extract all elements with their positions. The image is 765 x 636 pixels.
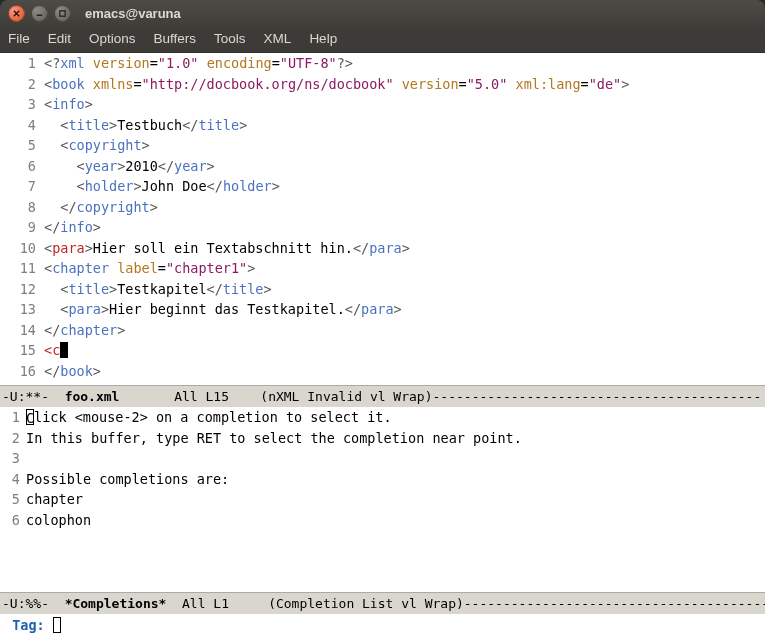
buffer-completions[interactable]: 1Click <mouse-2> on a completion to sele…	[0, 407, 765, 592]
code-line[interactable]: <?xml version="1.0" encoding="UTF-8"?>	[44, 53, 765, 74]
gutter: 10	[0, 238, 44, 259]
code-line[interactable]: </copyright>	[44, 197, 765, 218]
menu-xml[interactable]: XML	[264, 31, 292, 46]
gutter: 6	[0, 156, 44, 177]
gutter: 3	[0, 94, 44, 115]
modeline-main[interactable]: -U:**- foo.xml All L15 (nXML Invalid vl …	[0, 385, 765, 407]
code-line[interactable]: </chapter>	[44, 320, 765, 341]
code-line[interactable]: <info>	[44, 94, 765, 115]
gutter: 4	[0, 469, 26, 490]
code-line[interactable]: <para>Hier soll ein Textabschnitt hin.</…	[44, 238, 765, 259]
close-icon[interactable]	[8, 5, 25, 22]
code-line[interactable]: <title>Testkapitel</title>	[44, 279, 765, 300]
titlebar[interactable]: emacs@varuna	[0, 0, 765, 27]
menu-tools[interactable]: Tools	[214, 31, 246, 46]
code-line[interactable]: </book>	[44, 361, 765, 382]
code-line[interactable]: </info>	[44, 217, 765, 238]
gutter: 1	[0, 53, 44, 74]
modeline-completions[interactable]: -U:%%- *Completions* All L1 (Completion …	[0, 592, 765, 614]
buffer-name: foo.xml	[65, 389, 120, 404]
code-line[interactable]: <year>2010</year>	[44, 156, 765, 177]
gutter: 5	[0, 489, 26, 510]
gutter: 2	[0, 74, 44, 95]
completion-heading: Possible completions are:	[26, 469, 765, 490]
modeline-pos: All L1	[166, 596, 268, 611]
gutter: 12	[0, 279, 44, 300]
gutter: 7	[0, 176, 44, 197]
cursor-hollow-icon: C	[26, 409, 34, 425]
completion-item-chapter[interactable]: chapter	[26, 489, 765, 510]
code-line[interactable]: <chapter label="chapter1">	[44, 258, 765, 279]
code-line[interactable]: <holder>John Doe</holder>	[44, 176, 765, 197]
maximize-icon[interactable]	[54, 5, 71, 22]
gutter: 1	[0, 407, 26, 428]
modeline-status: -U:**-	[2, 389, 65, 404]
code-line[interactable]: <book xmlns="http://docbook.org/ns/docbo…	[44, 74, 765, 95]
gutter: 13	[0, 299, 44, 320]
gutter: 4	[0, 115, 44, 136]
gutter: 2	[0, 428, 26, 449]
code-line[interactable]: <copyright>	[44, 135, 765, 156]
svg-rect-0	[60, 11, 65, 16]
minimize-icon[interactable]	[31, 5, 48, 22]
menubar: File Edit Options Buffers Tools XML Help	[0, 27, 765, 53]
emacs-window: emacs@varuna File Edit Options Buffers T…	[0, 0, 765, 636]
modeline-status: -U:%%-	[2, 596, 65, 611]
modeline-mode: (Completion List vl Wrap)	[268, 596, 464, 611]
modeline-dashes: ---------------------------------------	[464, 596, 765, 611]
menu-options[interactable]: Options	[89, 31, 136, 46]
menu-edit[interactable]: Edit	[48, 31, 71, 46]
minibuffer[interactable]: Tag:	[0, 614, 765, 636]
completion-help: Click <mouse-2> on a completion to selec…	[26, 407, 765, 428]
gutter: 3	[0, 448, 26, 469]
gutter: 11	[0, 258, 44, 279]
code-line[interactable]: <para>Hier beginnt das Testkapitel.</par…	[44, 299, 765, 320]
modeline-pos: All L15	[119, 389, 260, 404]
gutter: 14	[0, 320, 44, 341]
window-title: emacs@varuna	[85, 6, 181, 21]
gutter: 15	[0, 340, 44, 361]
modeline-dashes: ----------------------------------------…	[433, 389, 766, 404]
code-line[interactable]: <title>Testbuch</title>	[44, 115, 765, 136]
cursor-icon	[60, 342, 68, 358]
menu-buffers[interactable]: Buffers	[154, 31, 197, 46]
gutter: 5	[0, 135, 44, 156]
minibuffer-prompt: Tag:	[4, 617, 53, 633]
gutter: 9	[0, 217, 44, 238]
gutter: 6	[0, 510, 26, 531]
completion-help: In this buffer, type RET to select the c…	[26, 428, 765, 449]
gutter: 8	[0, 197, 44, 218]
menu-file[interactable]: File	[8, 31, 30, 46]
code-line[interactable]: <c	[44, 340, 765, 361]
modeline-mode: (nXML Invalid vl Wrap)	[260, 389, 432, 404]
cursor-hollow-icon	[53, 617, 61, 633]
completion-item-colophon[interactable]: colophon	[26, 510, 765, 531]
gutter: 16	[0, 361, 44, 382]
buffer-name: *Completions*	[65, 596, 167, 611]
buffer-main[interactable]: 1<?xml version="1.0" encoding="UTF-8"?> …	[0, 53, 765, 385]
menu-help[interactable]: Help	[309, 31, 337, 46]
